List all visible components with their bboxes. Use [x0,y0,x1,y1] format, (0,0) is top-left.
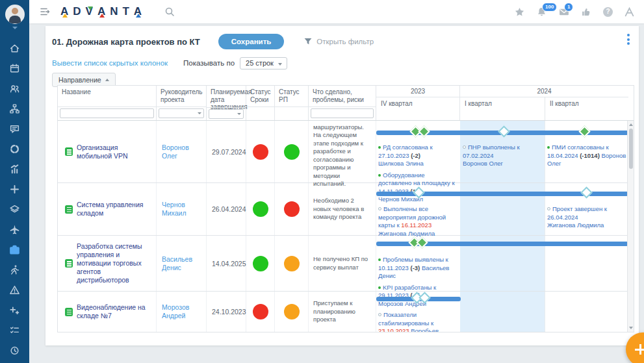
thumbs-up-icon [581,6,592,18]
favorites-button[interactable] [514,6,525,18]
milestone-link[interactable]: ПНР выполнены к 07.02.2024 [463,144,520,159]
milestone-state-icon [378,207,381,210]
advanta-app-button[interactable] [624,6,635,18]
status-rp-indicator[interactable] [284,201,300,217]
milestone-diamond-done[interactable] [416,236,428,248]
status-terms-indicator[interactable] [253,304,268,319]
users-icon [9,83,20,94]
milestone-diamond-planned[interactable] [498,125,509,137]
col-header-status-rp[interactable]: Статус РП [275,86,308,106]
advanta-logo[interactable]: ADVANTA [60,5,146,18]
status-terms-indicator[interactable] [253,144,268,160]
filter-done-input[interactable] [311,108,374,118]
table-row: Видеонаблюдение на складе №7 Морозов Анд… [58,292,634,332]
sort-asc-icon [105,79,109,81]
table-header: Название Руководитель проекта Планируема… [58,86,634,121]
main-card: 01. Дорожная карта проектов по КТ Сохран… [45,26,639,345]
milestone-link[interactable]: РД согласована к 27.10.2023 [378,144,433,159]
scroll-down-icon[interactable] [629,327,633,329]
magic-plus-icon [9,305,20,316]
help-icon [603,7,613,17]
sidebar-item-calendar[interactable] [0,58,29,79]
history-clock-icon [9,345,20,356]
notifications-badge: 100 [542,3,557,12]
status-rp-indicator[interactable] [284,304,300,319]
milestone-person-link[interactable]: Жиганова Людмила [547,221,604,229]
sidebar-item-structure[interactable] [0,99,29,119]
sidebar-item-portfolio[interactable] [0,240,29,260]
col-header-done[interactable]: Что сделано, проблемы, риски [309,86,376,106]
project-name-link[interactable]: Видеонаблюдение на складе №7 [77,303,152,320]
manager-link[interactable]: Воронов Олег [162,144,203,160]
sidebar-item-tasks[interactable] [0,320,29,340]
col-header-manager[interactable]: Руководитель проекта [157,86,206,106]
milestone-diamond-planned[interactable] [419,292,430,303]
summary-text: Приступаем к планированию проекта [313,299,371,324]
project-type-icon [65,259,73,268]
planned-date: 24.10.2023 [212,308,246,316]
sidebar-item-chat[interactable] [0,119,29,139]
help-button[interactable] [603,7,613,17]
sidebar-item-analytics[interactable] [0,159,29,179]
col-header-status-terms[interactable]: Статус Сроки [246,86,274,106]
card-menu-button[interactable] [623,34,634,45]
manager-link[interactable]: Чернов Михаил [162,201,203,218]
col-header-name[interactable]: Название [58,86,156,106]
sidebar-item-layers[interactable] [0,199,29,219]
project-name-link[interactable]: Система управления складом [77,201,152,218]
milestone-state-icon [378,174,381,177]
milestone-link[interactable]: Проект завершен к 26.04.2024 [547,205,607,221]
status-terms-indicator[interactable] [253,201,268,217]
notifications-button[interactable]: 100 [536,6,547,18]
sidebar-item-travel[interactable] [0,219,29,240]
filter-manager-select[interactable] [159,108,204,118]
project-name-link[interactable]: Организация мобильной VPN [77,144,152,160]
open-filter-button[interactable]: Открыть фильтр [303,37,374,46]
sidebar-item-activity[interactable] [0,260,29,280]
status-rp-indicator[interactable] [284,256,300,271]
page-size-select[interactable]: 25 строк [240,57,287,69]
vertical-scrollbar[interactable] [627,121,634,332]
manager-link[interactable]: Васильев Денис [162,255,203,272]
collapse-menu-button[interactable] [40,6,50,17]
warning-icon [9,284,20,295]
project-name-link[interactable]: Разработка системы управления и мотиваци… [77,242,152,284]
search-button[interactable] [164,6,175,17]
year-2023: 2023 [376,86,460,97]
like-button[interactable] [581,6,592,18]
save-button[interactable]: Сохранить [218,34,285,49]
search-icon [164,6,175,17]
milestone-diamond-planned[interactable] [580,186,592,198]
sidebar-item-users[interactable] [0,79,29,99]
milestone-diamond-planned[interactable] [413,186,424,198]
milestone-link[interactable]: Показатели стабилизированы к [378,311,433,327]
sidebar-item-risks[interactable] [0,280,29,300]
milestone-person-link[interactable]: Воронов Олег [463,160,503,167]
milestone-person-link[interactable]: Шилкова Элина [378,160,424,167]
sidebar-item-home[interactable] [0,38,29,58]
manager-link[interactable]: Морозов Андрей [162,303,203,320]
funnel-icon [303,37,313,46]
milestone-diamond-done[interactable] [578,125,590,137]
chevron-down-icon [12,27,18,29]
show-hidden-columns-link[interactable]: Вывести список скрытых колонок [52,59,168,67]
milestone-diamond-done[interactable] [418,125,430,137]
chat-icon [9,123,20,134]
status-terms-indicator[interactable] [253,256,268,271]
col-header-date[interactable]: Планируемая дата завершения [207,86,246,107]
sidebar-item-magic[interactable] [0,300,29,320]
sidebar-item-add[interactable] [0,179,29,199]
filter-name-input[interactable] [60,108,154,118]
checklist-icon [9,325,20,336]
sidebar-item-history[interactable] [0,340,29,360]
table-body: Организация мобильной VPN Воронов Олег 2… [58,121,634,332]
mail-button[interactable]: 1 [558,6,570,18]
filter-date-select[interactable] [209,109,244,119]
avatar[interactable] [5,5,25,24]
milestone-item: Проект завершен к 26.04.2024Жиганова Люд… [547,205,627,230]
status-rp-indicator[interactable] [284,144,300,160]
scrollbar-thumb[interactable] [629,129,633,169]
scroll-up-icon[interactable] [629,123,633,126]
sidebar-item-cycle[interactable] [0,139,29,159]
user-menu[interactable] [0,0,29,29]
